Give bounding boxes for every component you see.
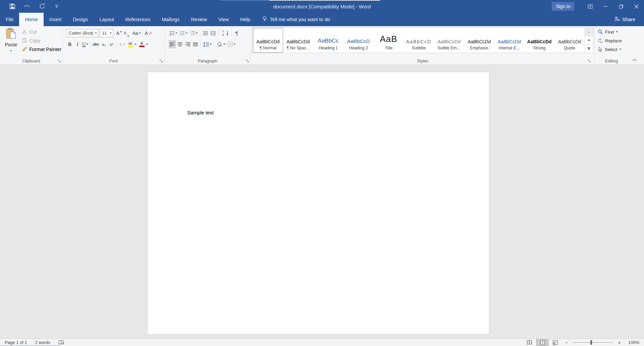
shading-button[interactable] <box>216 40 226 48</box>
font-size-dropdown-arrow[interactable] <box>110 33 112 34</box>
zoom-in-button[interactable]: + <box>616 340 623 345</box>
style-subtitle[interactable]: AaBbCcD Subtitle <box>404 28 434 53</box>
tab-layout[interactable]: Layout <box>94 13 120 26</box>
style-heading-2[interactable]: AaBbCcD Heading 2 <box>343 28 374 53</box>
clear-formatting-button[interactable]: A <box>144 29 153 37</box>
numbering-button[interactable]: 123 <box>179 29 188 37</box>
format-painter-button[interactable]: Format Painter <box>21 46 61 53</box>
underline-dropdown-arrow[interactable] <box>86 44 88 45</box>
font-size-combobox[interactable]: 11 <box>100 29 113 37</box>
text-effects-button[interactable]: A <box>118 40 126 48</box>
zoom-slider-thumb[interactable] <box>590 340 592 345</box>
sort-button[interactable]: AZ <box>220 29 229 37</box>
font-family-dropdown-arrow[interactable] <box>95 33 97 34</box>
italic-button[interactable]: I <box>74 40 81 48</box>
styles-scroll-down-button[interactable] <box>585 36 593 45</box>
multilevel-dropdown-arrow[interactable] <box>196 33 198 34</box>
highlight-dropdown-arrow[interactable] <box>135 44 137 45</box>
strikethrough-button[interactable]: abc <box>92 40 100 48</box>
font-family-combobox[interactable]: Calibri (Body) <box>66 29 99 37</box>
tab-help[interactable]: Help <box>234 13 256 26</box>
print-layout-button[interactable] <box>536 339 549 346</box>
minimize-icon[interactable] <box>598 0 613 13</box>
tab-file[interactable]: File <box>0 13 19 26</box>
paragraph-dialog-launcher-icon[interactable] <box>245 59 249 63</box>
bullets-dropdown-arrow[interactable] <box>175 33 177 34</box>
style-title[interactable]: AaB Title <box>374 28 404 53</box>
align-center-button[interactable] <box>176 40 183 48</box>
line-spacing-dropdown-arrow[interactable] <box>210 44 212 45</box>
zoom-level[interactable]: 100% <box>625 340 639 345</box>
ribbon-display-options-icon[interactable] <box>582 0 598 13</box>
web-layout-button[interactable] <box>549 339 561 346</box>
multilevel-list-button[interactable]: 1ai <box>189 29 198 37</box>
tab-mailings[interactable]: Mailings <box>156 13 185 26</box>
line-spacing-button[interactable] <box>203 40 212 48</box>
customize-quick-access-icon[interactable] <box>53 3 60 10</box>
style-intense-emphasis[interactable]: AaBbCcDd Intense E... <box>494 28 524 53</box>
zoom-out-button[interactable]: − <box>564 340 570 345</box>
bold-button[interactable]: B <box>66 40 73 48</box>
numbering-dropdown-arrow[interactable] <box>185 33 187 34</box>
align-left-button[interactable] <box>169 40 176 48</box>
tell-me-box[interactable]: Tell me what you want to do <box>257 13 335 26</box>
find-dropdown-arrow[interactable] <box>616 31 618 33</box>
underline-button[interactable]: U <box>82 40 89 48</box>
cut-button[interactable]: Cut <box>21 28 61 35</box>
sign-in-button[interactable]: Sign in <box>552 2 574 11</box>
find-button[interactable]: Find <box>598 29 622 35</box>
font-color-button[interactable]: A <box>138 40 149 48</box>
replace-button[interactable]: abac Replace <box>598 37 622 44</box>
bullets-button[interactable] <box>169 29 178 37</box>
close-icon[interactable] <box>629 0 644 13</box>
style-normal[interactable]: AaBbCcDd ¶ Normal <box>253 28 283 53</box>
align-right-button[interactable] <box>184 40 191 48</box>
styles-scroll-up-button[interactable] <box>585 28 593 36</box>
paste-button[interactable]: Paste <box>2 28 20 57</box>
text-highlight-button[interactable]: ab <box>126 40 137 48</box>
restore-icon[interactable] <box>613 0 629 13</box>
paste-dropdown-arrow[interactable] <box>10 50 12 52</box>
shading-dropdown-arrow[interactable] <box>223 44 225 45</box>
style-heading-1[interactable]: AaBbCc Heading 1 <box>313 28 343 53</box>
undo-icon[interactable] <box>23 3 31 10</box>
style-strong[interactable]: AaBbCcDd Strong <box>524 28 554 53</box>
select-button[interactable]: Select <box>598 46 622 53</box>
tab-references[interactable]: References <box>120 13 156 26</box>
select-dropdown-arrow[interactable] <box>620 49 622 50</box>
subscript-button[interactable]: x₂ <box>100 40 107 48</box>
save-icon[interactable] <box>9 3 16 10</box>
shrink-font-button[interactable]: A <box>123 29 130 37</box>
styles-dialog-launcher-icon[interactable] <box>587 59 591 63</box>
tab-home[interactable]: Home <box>19 13 44 26</box>
share-button[interactable]: Share <box>609 13 644 26</box>
clipboard-dialog-launcher-icon[interactable] <box>57 59 61 63</box>
read-mode-button[interactable] <box>523 339 536 346</box>
font-color-dropdown-arrow[interactable] <box>146 44 148 45</box>
style-no-spacing[interactable]: AaBbCcDd ¶ No Spac... <box>283 28 313 53</box>
grow-font-button[interactable]: A <box>115 29 123 37</box>
style-quote[interactable]: AaBbCcDd Quote <box>554 28 585 53</box>
zoom-slider-track[interactable] <box>573 342 613 343</box>
redo-icon[interactable] <box>38 3 46 10</box>
borders-button[interactable] <box>227 40 236 48</box>
show-hide-formatting-button[interactable]: ¶ <box>233 29 240 37</box>
justify-button[interactable] <box>192 40 199 48</box>
tab-insert[interactable]: Insert <box>44 13 67 26</box>
page-count-status[interactable]: Page 1 of 1 <box>2 340 30 345</box>
borders-dropdown-arrow[interactable] <box>233 44 235 45</box>
increase-indent-button[interactable] <box>210 29 217 37</box>
superscript-button[interactable]: x² <box>108 40 115 48</box>
style-emphasis[interactable]: AaBbCcDd Emphasis <box>464 28 494 53</box>
copy-button[interactable]: Copy <box>21 37 61 44</box>
style-subtle-emphasis[interactable]: AaBbCcDd Subtle Em... <box>434 28 464 53</box>
proofing-status-icon[interactable] <box>56 340 67 345</box>
tab-view[interactable]: View <box>213 13 234 26</box>
font-dialog-launcher-icon[interactable] <box>159 59 163 63</box>
change-case-button[interactable]: Aa <box>132 29 142 37</box>
document-page[interactable]: Sample text <box>148 72 489 334</box>
tab-review[interactable]: Review <box>185 13 213 26</box>
tab-design[interactable]: Design <box>67 13 94 26</box>
styles-gallery-more-button[interactable] <box>585 45 593 53</box>
word-count-status[interactable]: 2 words <box>33 340 53 345</box>
